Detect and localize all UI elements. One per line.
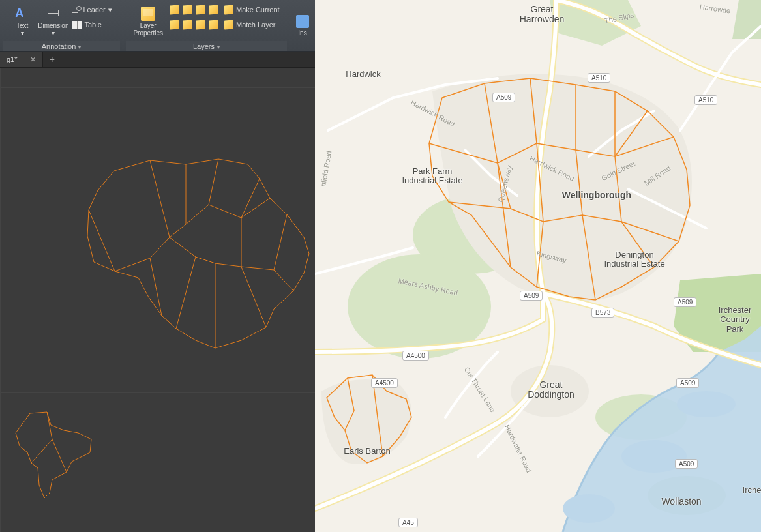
- match-layer-label: Match Layer: [236, 21, 276, 29]
- table-tool-button[interactable]: Table: [71, 18, 113, 32]
- new-tab-button[interactable]: +: [43, 52, 61, 67]
- place-park-farm: Park FarmIndustrial Estate: [402, 167, 462, 186]
- layer-properties-icon: [141, 7, 155, 21]
- layer-off-button[interactable]: [168, 4, 180, 16]
- place-irchester-park: IrchesterCountry Park: [719, 306, 752, 334]
- insert-icon: [296, 15, 309, 28]
- place-irche: Irche: [743, 486, 761, 495]
- leader-tool-label: Leader: [83, 6, 105, 14]
- cad-drawing-svg: [0, 68, 315, 532]
- place-hardwick: Hardwick: [346, 70, 380, 79]
- file-tab-bar: g1* × +: [0, 52, 315, 68]
- ribbon-panel-insert: Ins x: [290, 0, 315, 51]
- chevron-down-icon: ▾: [52, 29, 55, 37]
- shield-a509: A509: [492, 93, 515, 102]
- shield-a510: A510: [588, 73, 610, 83]
- shield-a4500: A4500: [402, 351, 429, 361]
- file-tab-label: g1*: [7, 55, 18, 63]
- layer-tools-row: Match Layer: [168, 18, 281, 32]
- layer-properties-label: LayerProperties: [133, 22, 163, 37]
- file-tab-drawing1[interactable]: g1* ×: [0, 52, 43, 67]
- ribbon-panel-annotation: Text ▾ Dimension ▾ Leader ▾: [0, 0, 123, 51]
- panel-title-annotation[interactable]: Annotation: [3, 41, 120, 51]
- table-icon: [72, 21, 82, 29]
- place-great-doddington: GreatDoddington: [528, 380, 574, 400]
- layer-color-button[interactable]: [207, 4, 219, 16]
- dimension-icon: [46, 7, 61, 21]
- place-earls-barton: Earls Barton: [344, 447, 391, 456]
- ribbon-panel-layers: LayerProperties Make Current: [123, 0, 290, 51]
- layer-properties-button[interactable]: LayerProperties: [132, 1, 164, 37]
- cad-application-pane: Text ▾ Dimension ▾ Leader ▾: [0, 0, 315, 532]
- layer-lock-button[interactable]: [194, 4, 206, 16]
- make-current-icon: [224, 5, 233, 14]
- make-current-label: Make Current: [236, 6, 280, 14]
- layer-on-button[interactable]: [207, 19, 219, 31]
- dimension-tool-label: Dimension: [38, 22, 68, 29]
- chevron-down-icon: ▾: [21, 29, 24, 37]
- text-icon: [15, 7, 29, 21]
- drawing-canvas[interactable]: [0, 68, 315, 532]
- text-tool-label: Text: [16, 22, 28, 29]
- make-current-button[interactable]: Make Current: [220, 3, 281, 17]
- shield-a45: A45: [398, 518, 418, 527]
- text-tool-button[interactable]: Text ▾: [9, 1, 35, 37]
- cad-earls-barton-boundary: [16, 412, 91, 498]
- place-wollaston: Wollaston: [661, 497, 701, 507]
- place-denington: DeningtonIndustrial Estate: [604, 250, 664, 269]
- ribbon-toolbar: Text ▾ Dimension ▾ Leader ▾: [0, 0, 315, 52]
- layer-freeze-button[interactable]: [181, 4, 193, 16]
- leader-icon: [72, 6, 80, 14]
- layer-unisolate-button[interactable]: [181, 19, 193, 31]
- leader-tool-button[interactable]: Leader ▾: [71, 3, 113, 17]
- svg-point-7: [677, 391, 736, 417]
- svg-point-5: [563, 494, 615, 523]
- shield-a509: A509: [674, 297, 696, 307]
- shield-a510: A510: [694, 95, 717, 105]
- shield-a509: A509: [676, 378, 699, 388]
- chevron-down-icon: ▾: [108, 6, 112, 14]
- map-pane[interactable]: GreatHarrowden Hardwick Park FarmIndustr…: [315, 0, 761, 532]
- table-tool-label: Table: [84, 21, 101, 29]
- close-tab-button[interactable]: ×: [31, 55, 36, 64]
- panel-title-layers[interactable]: Layers: [126, 41, 287, 51]
- insert-button[interactable]: Ins: [290, 1, 315, 37]
- place-great-harrowden: GreatHarrowden: [520, 5, 564, 25]
- shield-b573: B573: [591, 308, 614, 318]
- shield-a509: A509: [675, 459, 698, 469]
- match-layer-button[interactable]: Match Layer: [220, 18, 277, 32]
- place-wellingborough: Wellingborough: [562, 190, 631, 200]
- layer-thaw-button[interactable]: [194, 19, 206, 31]
- shield-a509: A509: [520, 291, 543, 301]
- insert-label: Ins: [298, 29, 306, 37]
- cad-outer-boundary: [87, 159, 309, 348]
- layer-state-row: Make Current: [168, 3, 281, 17]
- shield-a4500: A4500: [371, 378, 398, 388]
- dimension-tool-button[interactable]: Dimension ▾: [37, 1, 70, 37]
- match-layer-icon: [224, 20, 233, 29]
- layer-isolate-button[interactable]: [168, 19, 180, 31]
